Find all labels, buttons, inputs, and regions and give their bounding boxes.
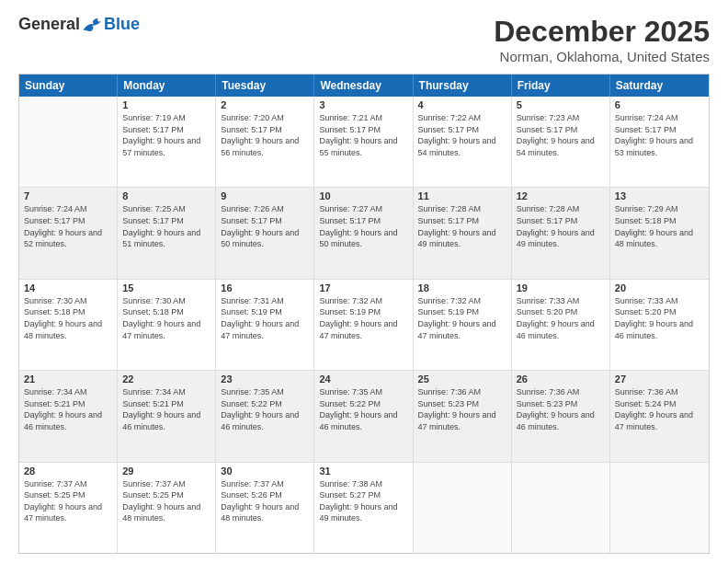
page: General Blue December 2025 Norman, Oklah… [0,0,728,563]
cell-info: Sunrise: 7:36 AMSunset: 5:23 PMDaylight:… [418,386,506,432]
calendar-cell: 29Sunrise: 7:37 AMSunset: 5:25 PMDayligh… [118,463,216,553]
cell-info: Sunrise: 7:24 AMSunset: 5:17 PMDaylight:… [615,112,704,158]
day-number: 21 [24,373,112,385]
day-number: 25 [418,373,506,385]
day-number: 16 [221,282,309,293]
calendar-cell: 6Sunrise: 7:24 AMSunset: 5:17 PMDaylight… [610,97,709,187]
day-number: 4 [418,99,506,110]
day-number: 11 [418,190,506,201]
day-number: 29 [122,465,210,477]
calendar-row-4: 28Sunrise: 7:37 AMSunset: 5:25 PMDayligh… [19,463,709,553]
day-number: 28 [24,465,112,477]
calendar-cell: 7Sunrise: 7:24 AMSunset: 5:17 PMDaylight… [19,188,118,278]
calendar-row-0: 1Sunrise: 7:19 AMSunset: 5:17 PMDaylight… [19,97,709,188]
header-day-sunday: Sunday [19,75,118,97]
cell-info: Sunrise: 7:20 AMSunset: 5:17 PMDaylight:… [221,112,309,158]
calendar-cell: 23Sunrise: 7:35 AMSunset: 5:22 PMDayligh… [216,371,314,461]
day-number: 31 [319,465,407,477]
calendar-row-2: 14Sunrise: 7:30 AMSunset: 5:18 PMDayligh… [19,280,709,371]
calendar-cell: 28Sunrise: 7:37 AMSunset: 5:25 PMDayligh… [19,463,118,553]
calendar-cell: 26Sunrise: 7:36 AMSunset: 5:23 PMDayligh… [512,371,610,461]
calendar-cell: 5Sunrise: 7:23 AMSunset: 5:17 PMDaylight… [512,97,610,187]
cell-info: Sunrise: 7:38 AMSunset: 5:27 PMDaylight:… [319,478,407,524]
header-day-saturday: Saturday [610,75,709,97]
calendar-cell: 30Sunrise: 7:37 AMSunset: 5:26 PMDayligh… [216,463,314,553]
calendar-header: SundayMondayTuesdayWednesdayThursdayFrid… [19,75,709,97]
cell-info: Sunrise: 7:37 AMSunset: 5:26 PMDaylight:… [221,478,309,524]
calendar-cell: 24Sunrise: 7:35 AMSunset: 5:22 PMDayligh… [314,371,413,461]
day-number: 3 [319,99,407,110]
cell-info: Sunrise: 7:26 AMSunset: 5:17 PMDaylight:… [221,203,309,249]
cell-info: Sunrise: 7:33 AMSunset: 5:20 PMDaylight:… [615,295,704,341]
calendar-cell: 14Sunrise: 7:30 AMSunset: 5:18 PMDayligh… [19,280,118,370]
cell-info: Sunrise: 7:19 AMSunset: 5:17 PMDaylight:… [122,112,210,158]
calendar-cell: 27Sunrise: 7:36 AMSunset: 5:24 PMDayligh… [610,371,709,461]
day-number: 9 [221,190,309,201]
cell-info: Sunrise: 7:25 AMSunset: 5:17 PMDaylight:… [122,203,210,249]
day-number: 15 [122,282,210,293]
calendar-row-1: 7Sunrise: 7:24 AMSunset: 5:17 PMDaylight… [19,188,709,279]
day-number: 24 [319,373,407,385]
calendar-cell: 12Sunrise: 7:28 AMSunset: 5:17 PMDayligh… [512,188,610,278]
cell-info: Sunrise: 7:21 AMSunset: 5:17 PMDaylight:… [319,112,407,158]
calendar-cell: 2Sunrise: 7:20 AMSunset: 5:17 PMDaylight… [216,97,314,187]
calendar-row-3: 21Sunrise: 7:34 AMSunset: 5:21 PMDayligh… [19,371,709,462]
logo: General Blue [18,15,140,34]
day-number: 17 [319,282,407,293]
day-number: 6 [615,99,704,110]
calendar-cell: 8Sunrise: 7:25 AMSunset: 5:17 PMDaylight… [118,188,216,278]
calendar-cell: 4Sunrise: 7:22 AMSunset: 5:17 PMDaylight… [414,97,512,187]
cell-info: Sunrise: 7:28 AMSunset: 5:17 PMDaylight:… [517,203,605,249]
cell-info: Sunrise: 7:22 AMSunset: 5:17 PMDaylight:… [418,112,506,158]
day-number: 18 [418,282,506,293]
day-number: 26 [517,373,605,385]
calendar-body: 1Sunrise: 7:19 AMSunset: 5:17 PMDaylight… [19,97,709,553]
day-number: 5 [517,99,605,110]
header-day-thursday: Thursday [414,75,512,97]
calendar-cell: 9Sunrise: 7:26 AMSunset: 5:17 PMDaylight… [216,188,314,278]
cell-info: Sunrise: 7:29 AMSunset: 5:18 PMDaylight:… [615,203,704,249]
cell-info: Sunrise: 7:36 AMSunset: 5:23 PMDaylight:… [517,386,605,432]
header-day-monday: Monday [118,75,216,97]
calendar-cell [19,97,118,187]
cell-info: Sunrise: 7:34 AMSunset: 5:21 PMDaylight:… [122,386,210,432]
title-section: December 2025 Norman, Oklahoma, United S… [494,15,710,64]
cell-info: Sunrise: 7:33 AMSunset: 5:20 PMDaylight:… [517,295,605,341]
calendar-cell [610,463,709,553]
day-number: 8 [122,190,210,201]
day-number: 2 [221,99,309,110]
day-number: 27 [615,373,704,385]
calendar-cell: 17Sunrise: 7:32 AMSunset: 5:19 PMDayligh… [314,280,413,370]
day-number: 30 [221,465,309,477]
cell-info: Sunrise: 7:35 AMSunset: 5:22 PMDaylight:… [319,386,407,432]
cell-info: Sunrise: 7:23 AMSunset: 5:17 PMDaylight:… [517,112,605,158]
calendar-cell: 1Sunrise: 7:19 AMSunset: 5:17 PMDaylight… [118,97,216,187]
day-number: 12 [517,190,605,201]
logo-bird-icon [82,16,104,34]
cell-info: Sunrise: 7:31 AMSunset: 5:19 PMDaylight:… [221,295,309,341]
header-day-tuesday: Tuesday [216,75,314,97]
cell-info: Sunrise: 7:37 AMSunset: 5:25 PMDaylight:… [24,478,112,524]
day-number: 7 [24,190,112,201]
logo-blue-text: Blue [104,15,140,34]
day-number: 23 [221,373,309,385]
day-number: 1 [122,99,210,110]
cell-info: Sunrise: 7:36 AMSunset: 5:24 PMDaylight:… [615,386,704,432]
day-number: 22 [122,373,210,385]
calendar-cell: 22Sunrise: 7:34 AMSunset: 5:21 PMDayligh… [118,371,216,461]
day-number: 14 [24,282,112,293]
cell-info: Sunrise: 7:34 AMSunset: 5:21 PMDaylight:… [24,386,112,432]
logo-general-text: General [18,15,80,34]
calendar-cell [414,463,512,553]
cell-info: Sunrise: 7:27 AMSunset: 5:17 PMDaylight:… [319,203,407,249]
day-number: 10 [319,190,407,201]
header-day-wednesday: Wednesday [314,75,413,97]
cell-info: Sunrise: 7:30 AMSunset: 5:18 PMDaylight:… [122,295,210,341]
calendar-cell: 21Sunrise: 7:34 AMSunset: 5:21 PMDayligh… [19,371,118,461]
header-day-friday: Friday [512,75,610,97]
calendar-cell: 20Sunrise: 7:33 AMSunset: 5:20 PMDayligh… [610,280,709,370]
cell-info: Sunrise: 7:32 AMSunset: 5:19 PMDaylight:… [319,295,407,341]
calendar-cell: 25Sunrise: 7:36 AMSunset: 5:23 PMDayligh… [414,371,512,461]
calendar-cell: 19Sunrise: 7:33 AMSunset: 5:20 PMDayligh… [512,280,610,370]
calendar-cell: 15Sunrise: 7:30 AMSunset: 5:18 PMDayligh… [118,280,216,370]
